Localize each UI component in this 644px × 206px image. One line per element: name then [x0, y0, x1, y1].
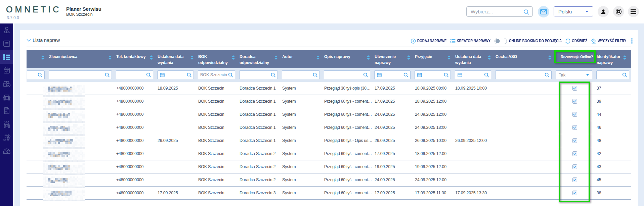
sidebar-item-calendar-check[interactable] — [0, 64, 13, 77]
column-header-utworzenie-naprawy[interactable]: Utworzenie naprawy — [372, 50, 413, 68]
calendar-icon[interactable] — [377, 72, 382, 79]
sidebar-item-order-form[interactable] — [0, 37, 13, 50]
toolbar-more-button[interactable] — [630, 38, 633, 44]
sort-icon[interactable] — [316, 55, 320, 61]
filter-text-input[interactable] — [242, 71, 271, 79]
column-header-przyj-cie[interactable]: Przyjęcie — [413, 50, 453, 68]
filter-input[interactable] — [374, 70, 411, 79]
table-row[interactable]: +4800000000026.09.2025BOK SzczecinDoradc… — [27, 134, 631, 147]
column-header-cecha-aso[interactable]: Cecha ASO — [493, 50, 554, 68]
filter-text-input[interactable] — [284, 71, 313, 79]
column-header-row-actions[interactable] — [27, 50, 47, 68]
list-title[interactable]: Lista napraw — [27, 36, 60, 44]
column-header-tel-kontaktowy[interactable]: Tel. kontaktowy — [114, 50, 155, 68]
filter-text-input[interactable] — [498, 71, 545, 79]
wyczy-filtry-button[interactable]: WYCZYŚĆ FILTRY — [591, 38, 626, 44]
cell-bok: BOK Szczecin — [196, 160, 237, 173]
sort-icon[interactable] — [108, 55, 112, 61]
filter-input[interactable] — [495, 70, 552, 79]
column-header-opis-naprawy[interactable]: Opis naprawy — [322, 50, 372, 68]
calendar-icon[interactable] — [458, 72, 462, 79]
filter-cell — [413, 68, 453, 82]
sort-icon[interactable] — [274, 55, 278, 61]
toggle-off-icon[interactable] — [494, 38, 507, 44]
calendar-icon[interactable] — [417, 72, 422, 79]
filter-input[interactable] — [415, 70, 451, 79]
filter-input[interactable] — [455, 70, 491, 79]
column-header-ustalona-data-wydania[interactable]: Ustalona data wydania — [155, 50, 196, 68]
filter-select-rezerwacja[interactable]: Tak — [556, 70, 592, 79]
sort-icon[interactable] — [231, 55, 235, 61]
sidebar-item-car[interactable] — [0, 91, 13, 104]
help-button[interactable] — [613, 6, 624, 17]
table-row[interactable]: +4800000000017.09.2025BOK SzczecinDoradc… — [27, 187, 631, 200]
sort-icon[interactable] — [407, 55, 411, 61]
column-header-zleceniodawca[interactable]: Zleceniodawca — [47, 50, 114, 68]
user-button[interactable] — [598, 6, 609, 17]
filter-input[interactable] — [157, 70, 194, 79]
sort-icon[interactable] — [190, 55, 194, 61]
filter-input[interactable] — [198, 70, 235, 79]
global-search[interactable] — [466, 6, 533, 17]
sidebar-item-gauge[interactable] — [0, 144, 13, 158]
column-header-bok-odpowiedzialny[interactable]: BOK odpowiedzialny — [196, 50, 237, 68]
table-row[interactable]: +48000000000BOK SzczecinDoradca Szczecin… — [27, 108, 631, 121]
sidebar-item-package-check[interactable] — [0, 77, 13, 91]
table-header-row: ZleceniodawcaTel. kontaktowyUstalona dat… — [27, 50, 631, 68]
filter-text-input[interactable] — [51, 71, 105, 79]
language-select[interactable]: Polski — [554, 6, 593, 16]
help-icon — [615, 8, 622, 15]
table-row[interactable]: +48000000000BOK SzczecinDoradca Szczecin… — [27, 121, 631, 134]
cell-bok: BOK Szczecin — [196, 95, 237, 108]
table-row[interactable]: +48000000000BOK SzczecinDoradca Szczecin… — [27, 160, 631, 173]
filter-input[interactable] — [116, 70, 153, 79]
mail-button[interactable] — [538, 6, 549, 17]
sidebar-item-hand-wash[interactable] — [0, 131, 13, 144]
sort-icon[interactable] — [548, 55, 552, 61]
filter-text-input[interactable] — [118, 71, 146, 79]
online-booking-toggle-button[interactable]: ONLINE BOOKING DO PODJĘCIA — [494, 38, 561, 44]
table-row[interactable]: +4800000000018.09.2025BOK SzczecinDoradc… — [27, 82, 631, 95]
table-row[interactable]: +48000000000BOK SzczecinDoradca Szczecin… — [27, 173, 631, 187]
sort-icon[interactable] — [487, 55, 491, 61]
column-header-identyfikator-naprawy[interactable]: Identyfikator naprawy — [594, 50, 631, 68]
filter-text-input[interactable] — [166, 71, 185, 79]
sidebar-item-customer[interactable] — [0, 23, 13, 37]
sort-icon[interactable] — [149, 55, 153, 61]
dodaj-napraw--button[interactable]: DODAJ NAPRAWĘ — [411, 39, 446, 44]
filter-text-input[interactable] — [29, 71, 38, 79]
filter-input[interactable] — [282, 70, 320, 79]
filter-input[interactable] — [324, 70, 370, 79]
filter-text-input[interactable] — [464, 71, 483, 79]
sidebar-item-repair-list[interactable] — [0, 50, 13, 64]
filter-text-input[interactable] — [599, 71, 622, 79]
sort-icon[interactable] — [447, 55, 451, 61]
kebab-icon[interactable] — [630, 38, 634, 44]
sort-icon[interactable] — [623, 55, 627, 61]
filter-text-input[interactable] — [424, 71, 442, 79]
sort-icon[interactable] — [41, 55, 45, 61]
sidebar-item-car-wash[interactable] — [0, 117, 13, 131]
table-row[interactable]: +48000000000BOK SzczecinDoradca Szczecin… — [27, 95, 631, 108]
filter-text-input[interactable] — [383, 71, 402, 79]
filter-input[interactable] — [239, 70, 278, 79]
search-icon — [545, 72, 550, 79]
calendar-icon[interactable] — [160, 72, 165, 79]
od-wie--button[interactable]: ODŚWIEŻ — [565, 39, 587, 44]
table-row[interactable]: +48000000000BOK SzczecinDoradca Szczecin… — [27, 147, 631, 160]
filter-text-input[interactable] — [200, 71, 228, 79]
filter-input[interactable] — [27, 70, 45, 79]
column-header-doradca-odpowiedzialny[interactable]: Doradca odpowiedzialny — [237, 50, 280, 68]
sort-icon[interactable] — [367, 55, 370, 61]
search-icon — [523, 9, 529, 15]
column-header-ustalona-data-wydania[interactable]: Ustalona data wydania — [453, 50, 493, 68]
sidebar-item-document[interactable] — [0, 104, 13, 117]
app-title-block: Planer Serwisu BOK Szczecin — [66, 6, 101, 17]
filter-input[interactable] — [596, 70, 629, 79]
global-search-input[interactable] — [471, 7, 521, 16]
filter-text-input[interactable] — [326, 71, 363, 79]
column-header-autor[interactable]: Autor — [280, 50, 322, 68]
kreator-naprawy-button[interactable]: KREATOR NAPRAWY — [450, 39, 490, 43]
filter-input[interactable] — [49, 70, 112, 79]
main-menu-button[interactable] — [628, 6, 639, 17]
